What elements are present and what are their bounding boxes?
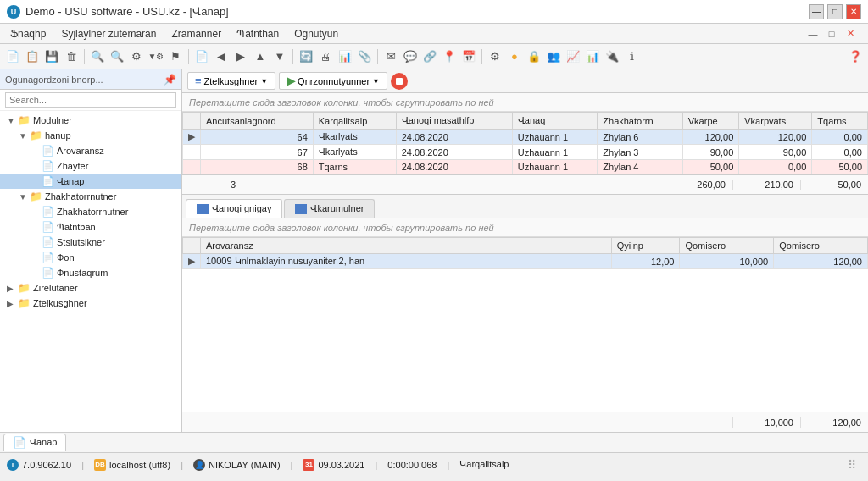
detail-col-price-header[interactable]: Qomisero (680, 238, 774, 254)
tree-item-sales[interactable]: ▼ 📁 hanup (0, 128, 181, 143)
tb-chart2[interactable]: 📊 (583, 47, 602, 66)
col-num-header[interactable]: Ancutsanlagnord (201, 113, 314, 130)
tb-doc[interactable]: 📄 (192, 47, 211, 66)
tb-next[interactable]: ▶ (231, 47, 250, 66)
bottom-tab-icon: 📄 (13, 436, 26, 449)
tree-item-acct4[interactable]: 📄 Фon (0, 250, 181, 265)
menu-reports[interactable]: Պatnthan (230, 26, 286, 41)
tb-new[interactable]: 📄 (3, 47, 22, 66)
left-panel-pin[interactable]: 📌 (164, 74, 176, 86)
tb-email[interactable]: ✉ (381, 47, 400, 66)
col-credit-header[interactable]: Vkarpvats (739, 113, 812, 130)
tb-users[interactable]: 👥 (544, 47, 563, 66)
tb-copy[interactable]: 📋 (23, 47, 42, 66)
detail-col-qty-header[interactable]: Qyilnp (611, 238, 680, 254)
tb-link[interactable]: 🔗 (420, 47, 439, 66)
tab-detail-payments[interactable]: Վkarumulner (284, 199, 375, 218)
tree-item-modules[interactable]: ▼ 📁 Modulner (0, 113, 181, 128)
stop-button[interactable] (391, 73, 408, 90)
tb-delete[interactable]: 🗑 (62, 47, 81, 66)
tb-plug[interactable]: 🔌 (603, 47, 621, 66)
minimize-button[interactable]: — (809, 4, 824, 19)
tb-refresh[interactable]: 🔄 (297, 47, 315, 66)
col-type-header[interactable]: Karqalitsalp (313, 113, 396, 130)
col-debt-header[interactable]: Tqarns (812, 113, 868, 130)
tree-label-orders: Arovaransz (57, 146, 104, 156)
tb-print[interactable]: 🖨 (316, 47, 335, 66)
tree-item-analytics[interactable]: ▶ 📁 Ztelkusghner (0, 296, 181, 311)
tree-item-accounting[interactable]: ▼ 📁 Zhakhatorrnutner (0, 189, 181, 204)
menu-tables[interactable]: Syjlaylner zutemaran (54, 26, 163, 41)
tree-item-acct5[interactable]: 📄 Фnustaqrum (0, 265, 181, 280)
tb-map[interactable]: 📍 (440, 47, 459, 66)
tb-filter2[interactable]: ▼⚙ (147, 47, 165, 66)
table-row[interactable]: 67 Վkarlyats 24.08.2020 Uzhauann 1 Zhyla… (183, 145, 868, 160)
tb-prev[interactable]: ◀ (212, 47, 231, 66)
views-button[interactable]: ≡ Ztelkusghner ▼ (187, 72, 275, 90)
tree-arrow-modules: ▼ (7, 116, 17, 125)
tb-find2[interactable]: 🔍 (108, 47, 126, 66)
user-text: NIKOLAY (MAIN) (209, 460, 281, 470)
status-user: 👤 NIKOLAY (MAIN) (193, 459, 281, 471)
detail-col-amount-header[interactable]: Qomisero (774, 238, 868, 254)
tb-color[interactable]: ● (505, 47, 524, 66)
row-2-col7: 50,00 (812, 160, 868, 174)
tb-save[interactable]: 💾 (42, 47, 61, 66)
tb-sms[interactable]: 💬 (401, 47, 420, 66)
summary-row-main: 3 260,00 210,00 50,00 (182, 174, 868, 195)
status-resize-grip[interactable]: ⠿ (843, 456, 861, 474)
tb-up[interactable]: ▲ (251, 47, 270, 66)
row-2-col4: Zhylan 4 (598, 160, 682, 174)
tb-find[interactable]: 🔍 (88, 47, 107, 66)
tree-label-warehouse: Վanap (57, 176, 84, 187)
tb-cal[interactable]: 📅 (459, 47, 478, 66)
restore2-button[interactable]: □ (822, 25, 841, 43)
table-row[interactable]: 68 Tqarns 24.08.2020 Uzhauann 1 Zhylan 4… (183, 160, 868, 174)
menu-journals[interactable]: Zramanner (164, 26, 228, 41)
tab-detail-goods[interactable]: Վanoqi gnigay (186, 199, 282, 218)
tb-settings[interactable]: ⚙ (486, 47, 504, 66)
menu-help[interactable]: Ognutyun (287, 26, 345, 41)
col-date-header[interactable]: Վanoqi masathlfp (396, 113, 512, 130)
bottom-tab-warehouse[interactable]: 📄 Վanap (3, 434, 66, 451)
col-warehouse-header[interactable]: Վanaq (512, 113, 597, 130)
detail-table-row[interactable]: ▶ 10009 Կnlmaklayin nusuyaniter 2, han 1… (183, 254, 868, 269)
tb-lock[interactable]: 🔒 (525, 47, 543, 66)
menu-file[interactable]: Ֆnaqhp (3, 26, 53, 41)
tree-label-acct5: Фnustaqrum (57, 268, 108, 278)
restore-button[interactable]: — (804, 25, 822, 43)
tab-payments-label: Վkarumulner (310, 203, 364, 214)
col-debit-header[interactable]: Vkarpe (682, 113, 739, 130)
detail-col-name-header[interactable]: Arovaransz (201, 238, 612, 254)
tree-item-reports[interactable]: ▶ 📁 Zirelutaner (0, 280, 181, 296)
operations-button[interactable]: ▶ Qnrzonnutyunner ▼ (279, 72, 387, 90)
title-text: Demo - USU software - USU.kz - [Վanap] (25, 5, 229, 18)
tb-help[interactable]: ❓ (846, 47, 865, 66)
col-contractor-header[interactable]: Zhakhatorrn (598, 113, 682, 130)
maximize-button[interactable]: □ (827, 4, 843, 19)
close-button[interactable]: ✕ (846, 4, 861, 19)
tb-attach[interactable]: 📎 (355, 47, 374, 66)
tree-item-acct1[interactable]: 📄 Zhakhatorrnutner (0, 204, 181, 219)
tb-flag[interactable]: ⚑ (166, 47, 185, 66)
tree-item-orders[interactable]: 📄 Arovaransz (0, 143, 181, 158)
left-panel-title: Ogunagordzoni bnorp... (5, 75, 103, 85)
tree-label-acct3: Stsiutsikner (57, 237, 105, 247)
row-2-col5: 50,00 (682, 160, 739, 174)
tb-info[interactable]: ℹ (622, 47, 641, 66)
folder-icon-reports: 📁 (17, 282, 31, 294)
table-row[interactable]: ▶ 64 Վkarlyats 24.08.2020 Uzhauann 1 Zhy… (183, 130, 868, 145)
tb-export[interactable]: 📊 (336, 47, 354, 66)
tb-chart[interactable]: 📈 (564, 47, 582, 66)
tree-item-acct2[interactable]: 📄 Պatntban (0, 219, 181, 235)
tree-item-invoices[interactable]: 📄 Zhayter (0, 158, 181, 174)
sep3 (292, 49, 293, 64)
tree-item-warehouse[interactable]: 📄 Վanap (0, 174, 181, 189)
tb-down[interactable]: ▼ (270, 47, 289, 66)
row-2-col3: Uzhauann 1 (512, 160, 597, 174)
tb-filter[interactable]: ⚙ (127, 47, 146, 66)
tree-item-acct3[interactable]: 📄 Stsiutsikner (0, 235, 181, 250)
search-input[interactable] (5, 92, 176, 108)
detail-row-marker-0: ▶ (183, 254, 201, 269)
close2-button[interactable]: ✕ (841, 25, 860, 43)
